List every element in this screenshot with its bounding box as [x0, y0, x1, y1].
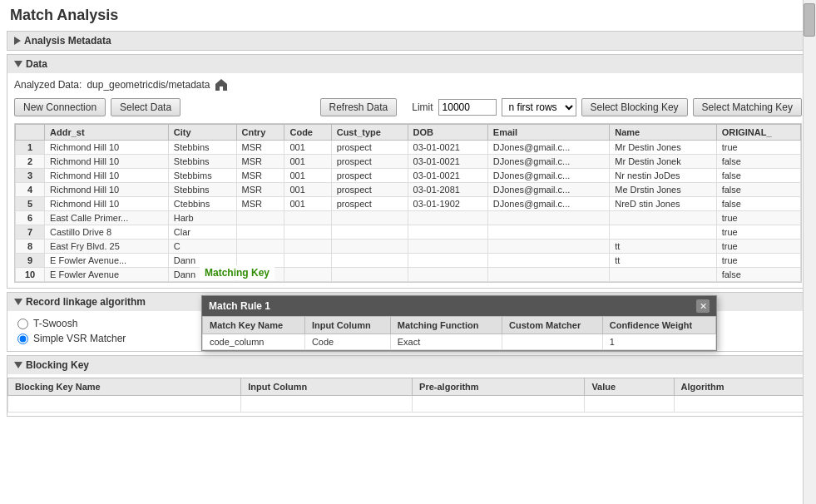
main-container: Match Analysis Analysis Metadata Data An…	[0, 0, 816, 504]
grid-cell: Mr Destin Jones	[610, 141, 716, 155]
table-row: 8East Fry Blvd. 25Ctttrue	[16, 240, 801, 254]
data-grid-container[interactable]: Addr_st City Cntry Code Cust_type DOB Em…	[14, 123, 802, 283]
matching-key-label: Matching Key	[200, 265, 274, 280]
grid-cell	[487, 268, 609, 282]
select-data-button[interactable]: Select Data	[111, 98, 181, 116]
select-matching-key-button[interactable]: Select Matching Key	[693, 98, 802, 116]
match-rule-grid: Match Key Name Input Column Matching Fun…	[202, 316, 716, 350]
table-row: 4Richmond Hill 10StebbinsMSR001prospect0…	[16, 183, 801, 197]
grid-cell: Stebbins	[168, 141, 236, 155]
grid-cell: 03-01-0021	[408, 155, 487, 169]
col-original: ORIGINAL_	[716, 125, 800, 141]
home-icon[interactable]	[215, 78, 228, 91]
grid-cell	[408, 211, 487, 225]
grid-cell: MSR	[236, 169, 284, 183]
data-section-content: Analyzed Data: dup_geometricdis/metadata…	[7, 73, 809, 288]
grid-header-row: Addr_st City Cntry Code Cust_type DOB Em…	[16, 125, 801, 141]
data-section-label: Data	[26, 58, 47, 70]
grid-cell: Richmond Hill 10	[45, 183, 169, 197]
data-grid: Addr_st City Cntry Code Cust_type DOB Em…	[15, 124, 801, 282]
table-row: 6East Calle Primer...Harbtrue	[16, 211, 801, 225]
grid-cell: false	[716, 155, 800, 169]
table-row: 10E Fowler AvenueDannfalse	[16, 268, 801, 282]
analysis-metadata-header[interactable]: Analysis Metadata	[7, 32, 809, 50]
bh-name: Blocking Key Name	[8, 378, 241, 396]
match-rule-title: Match Rule 1	[209, 300, 270, 312]
bh-input: Input Column	[241, 378, 413, 396]
grid-cell: East Calle Primer...	[45, 211, 169, 225]
grid-cell: Ctebbins	[168, 197, 236, 211]
grid-cell	[284, 225, 331, 240]
table-row: 5Richmond Hill 10CtebbinsMSR001prospect0…	[16, 197, 801, 211]
match-rule-cell: 1	[602, 334, 715, 350]
match-rule-titlebar: Match Rule 1 ✕	[202, 296, 716, 316]
grid-cell: MSR	[236, 197, 284, 211]
blocking-key-content: Blocking Key Name Input Column Pre-algor…	[7, 374, 809, 416]
row-number: 9	[16, 254, 45, 268]
col-cntry: Cntry	[236, 125, 284, 141]
limit-input[interactable]	[438, 99, 497, 116]
grid-cell: Stebbins	[168, 155, 236, 169]
match-rule-cell: code_column	[203, 334, 305, 350]
blocking-key-header[interactable]: Blocking Key	[7, 356, 809, 374]
grid-cell	[331, 268, 408, 282]
grid-cell: prospect	[331, 169, 408, 183]
scroll-thumb[interactable]	[804, 3, 815, 37]
grid-cell: Richmond Hill 10	[45, 141, 169, 155]
grid-cell	[236, 225, 284, 240]
table-row: 2Richmond Hill 10StebbinsMSR001prospect0…	[16, 155, 801, 169]
grid-cell	[610, 211, 716, 225]
grid-cell: 03-01-0021	[408, 169, 487, 183]
grid-cell	[408, 225, 487, 240]
grid-cell: false	[716, 183, 800, 197]
grid-cell: Richmond Hill 10	[45, 155, 169, 169]
select-blocking-key-button[interactable]: Select Blocking Key	[581, 98, 688, 116]
row-number: 10	[16, 268, 45, 282]
grid-cell: Harb	[168, 211, 236, 225]
grid-cell	[487, 240, 609, 254]
grid-cell: prospect	[331, 197, 408, 211]
row-number: 3	[16, 169, 45, 183]
grid-cell: C	[168, 240, 236, 254]
blocking-key-label: Blocking Key	[26, 359, 89, 371]
grid-cell	[284, 254, 331, 268]
right-scrollbar[interactable]	[803, 0, 816, 504]
record-linkage-label: Record linkage algorithm	[26, 296, 146, 308]
rows-dropdown[interactable]: n first rows	[502, 98, 576, 116]
analysis-metadata-label: Analysis Metadata	[24, 35, 111, 47]
refresh-data-button[interactable]: Refresh Data	[320, 98, 398, 116]
grid-cell: 03-01-0021	[408, 141, 487, 155]
page-title: Match Analysis	[0, 0, 816, 27]
grid-cell: 03-01-2081	[408, 183, 487, 197]
grid-cell: 001	[284, 141, 331, 155]
grid-cell: East Fry Blvd. 25	[45, 240, 169, 254]
grid-cell: tt	[610, 254, 716, 268]
data-collapse-icon	[14, 61, 22, 67]
bh-value: Value	[585, 378, 674, 396]
row-number: 7	[16, 225, 45, 240]
col-addr-st: Addr_st	[45, 125, 169, 141]
grid-cell: tt	[610, 240, 716, 254]
data-section-header[interactable]: Data	[7, 55, 809, 73]
blocking-key-section: Blocking Key Blocking Key Name Input Col…	[7, 355, 809, 417]
grid-cell: true	[716, 211, 800, 225]
mrh-custom: Custom Matcher	[502, 317, 603, 334]
grid-cell: DJones@gmail.c...	[487, 155, 609, 169]
bh-input-cell	[241, 396, 413, 413]
grid-cell	[487, 225, 609, 240]
row-number: 6	[16, 211, 45, 225]
vsr-radio[interactable]	[17, 334, 28, 344]
col-dob: DOB	[408, 125, 487, 141]
analyzed-data-path: dup_geometricdis/metadata	[87, 79, 210, 91]
new-connection-button[interactable]: New Connection	[14, 98, 106, 116]
grid-cell: Richmond Hill 10	[45, 197, 169, 211]
match-rule-close-button[interactable]: ✕	[696, 299, 710, 313]
col-name: Name	[610, 125, 716, 141]
grid-cell: DJones@gmail.c...	[487, 183, 609, 197]
grid-cell: 001	[284, 169, 331, 183]
data-section: Data Analyzed Data: dup_geometricdis/met…	[7, 54, 809, 289]
tswoosh-radio[interactable]	[17, 319, 28, 329]
row-number: 8	[16, 240, 45, 254]
analyzed-data-row: Analyzed Data: dup_geometricdis/metadata	[14, 78, 802, 91]
vsr-label: Simple VSR Matcher	[33, 333, 126, 344]
